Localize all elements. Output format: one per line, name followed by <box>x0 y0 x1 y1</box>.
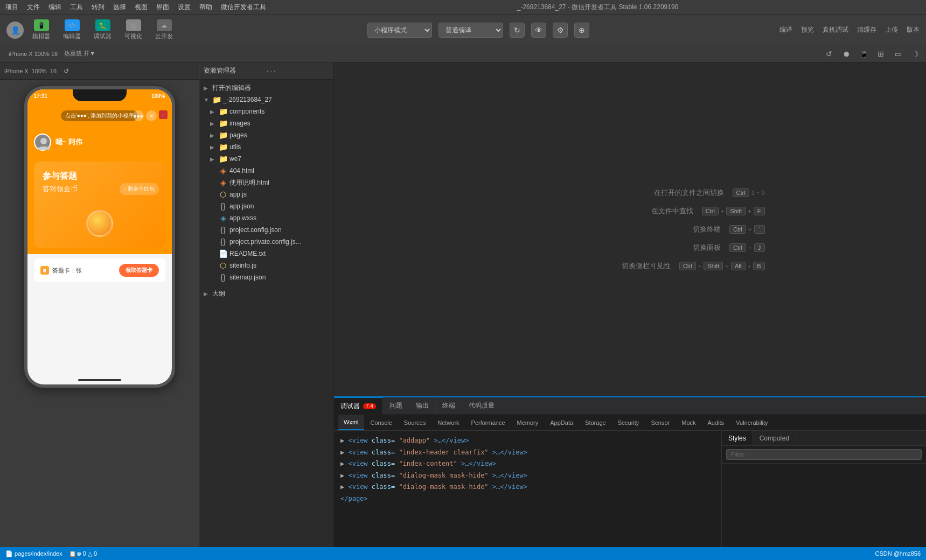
menu-item-edit[interactable]: 编辑 <box>48 3 61 12</box>
js-icon-app: ⬡ <box>219 190 227 199</box>
menu-item-select[interactable]: 选择 <box>113 3 126 12</box>
phone-screen: 17:31 100% 点击'●●●', 添加到我的小程序 ●●● ✕ ! <box>27 89 172 384</box>
filter-input[interactable] <box>726 449 922 460</box>
folder-icon-utils: 📁 <box>219 143 227 151</box>
menu-item-goto[interactable]: 转到 <box>92 3 105 12</box>
project-config-file[interactable]: ▶ {} project.config.json <box>199 224 333 236</box>
shortcut-label-4: 切换面板 <box>496 243 721 253</box>
refresh-btn[interactable]: ↻ <box>510 23 525 38</box>
refresh-icon[interactable]: ↺ <box>823 47 836 60</box>
styles-tab-styles[interactable]: Styles <box>722 431 753 445</box>
record-icon[interactable]: ⏺ <box>840 47 853 60</box>
cloud-btn[interactable]: ☁ 云开发 <box>151 17 177 43</box>
app-json-file[interactable]: ▶ {} app.json <box>199 200 333 212</box>
more-btn[interactable]: ⊕ <box>574 23 589 38</box>
compile-btn[interactable]: 编译 <box>779 25 792 34</box>
styles-tab-computed[interactable]: Computed <box>753 431 796 445</box>
status-bar: 📄 pages/index/index 📋 ⊗ 0 △ 0 CSDN @hmz8… <box>0 547 926 560</box>
content-title: 参与答题 <box>43 170 157 182</box>
csdn-link[interactable]: CSDN @hmz856 <box>875 550 921 557</box>
menu-item-project[interactable]: 项目 <box>5 3 18 12</box>
devtab-audits[interactable]: Audits <box>702 415 730 430</box>
menu-item-help[interactable]: 帮助 <box>199 3 212 12</box>
preview-btn[interactable]: 预览 <box>801 25 814 34</box>
readme-html-file[interactable]: ▶ ◈ 使用说明.html <box>199 177 333 188</box>
simulator-btn[interactable]: 📱 模拟器 <box>28 17 54 43</box>
devtab-wxml[interactable]: Wxml <box>338 415 364 430</box>
txt-icon: 📄 <box>219 249 227 258</box>
code-arrow-3[interactable]: ▶ <box>340 460 344 467</box>
editor-btn[interactable]: </> 编辑器 <box>59 17 85 43</box>
devtab-network[interactable]: Network <box>432 415 464 430</box>
app-js-file[interactable]: ▶ ⬡ app.js <box>199 188 333 200</box>
404-html-file[interactable]: ▶ ◈ 404.html <box>199 165 333 177</box>
tab-output[interactable]: 输出 <box>409 397 436 414</box>
phone-frame: 17:31 100% 点击'●●●', 添加到我的小程序 ●●● ✕ ! <box>24 86 175 388</box>
images-folder[interactable]: ▶ 📁 images <box>199 117 333 129</box>
theme-icon[interactable]: ☽ <box>909 47 922 60</box>
code-line-2: ▶ <view class= "index-header clearfix" >… <box>340 447 715 459</box>
tab-debugger[interactable]: 调试器 7.4 <box>334 397 383 414</box>
readme-txt-file[interactable]: ▶ 📄 README.txt <box>199 248 333 260</box>
menu-item-file[interactable]: 文件 <box>27 3 40 12</box>
siteinfo-file[interactable]: ▶ ⬡ siteinfo.js <box>199 260 333 271</box>
project-private-file[interactable]: ▶ {} project.private.config.js... <box>199 236 333 248</box>
devtab-storage[interactable]: Storage <box>580 415 611 430</box>
menu-item-interface[interactable]: 界面 <box>156 3 169 12</box>
code-arrow-2[interactable]: ▶ <box>340 449 344 456</box>
devtab-console[interactable]: Console <box>365 415 398 430</box>
devtab-security[interactable]: Security <box>612 415 645 430</box>
refresh-phone-icon[interactable]: ↺ <box>60 65 73 78</box>
tab-issues[interactable]: 问题 <box>383 397 409 414</box>
devtab-mock[interactable]: Mock <box>676 415 701 430</box>
screen-icon[interactable]: ⊞ <box>874 47 887 60</box>
devtab-performance[interactable]: Performance <box>466 415 511 430</box>
tab-terminal[interactable]: 终端 <box>436 397 462 414</box>
version-btn[interactable]: 版本 <box>907 25 920 34</box>
devtab-sensor[interactable]: Sensor <box>645 415 675 430</box>
devtab-sources[interactable]: Sources <box>399 415 431 430</box>
menu-item-view[interactable]: 视图 <box>135 3 148 12</box>
menu-item-settings[interactable]: 设置 <box>178 3 191 12</box>
404-html-label: 404.html <box>229 167 329 174</box>
split-icon[interactable]: ▭ <box>892 47 904 60</box>
app-wxss-file[interactable]: ▶ ◈ app.wxss <box>199 212 333 224</box>
menu-item-wechat[interactable]: 微信开发者工具 <box>221 3 266 12</box>
add-to-miniapp-btn[interactable]: 点击'●●●', 添加到我的小程序 <box>61 110 138 121</box>
pages-folder[interactable]: ▶ 📁 pages <box>199 129 333 141</box>
receive-btn[interactable]: 领取答题卡 <box>119 264 159 277</box>
code-line-5: ▶ <view class= "dialog-mask mask-hide" >… <box>340 481 715 493</box>
preview-mode-btn[interactable]: 👁 <box>531 23 546 38</box>
phone-icon[interactable]: 📱 <box>857 47 870 60</box>
code-arrow-1[interactable]: ▶ <box>340 437 344 444</box>
compile-type-select[interactable]: 普通编译 <box>438 23 503 38</box>
debugger-btn[interactable]: 🐛 调试器 <box>89 17 116 43</box>
compile-mode-select[interactable]: 小程序模式 <box>367 23 432 38</box>
devtab-memory[interactable]: Memory <box>512 415 544 430</box>
profile-avatar <box>34 134 51 151</box>
clear-cache-btn[interactable]: 清缓存 <box>857 25 876 34</box>
visualize-btn[interactable]: ◫ 可视化 <box>120 17 147 43</box>
file-panel-menu[interactable]: ··· <box>267 66 330 76</box>
devtab-appdata[interactable]: AppData <box>545 415 579 430</box>
code-arrow-5[interactable]: ▶ <box>340 483 344 491</box>
sitemap-file[interactable]: ▶ {} sitemap.json <box>199 271 333 283</box>
tab-code-quality[interactable]: 代码质量 <box>462 397 502 414</box>
more-icon[interactable]: ●●● <box>133 110 144 121</box>
close-icon[interactable]: ✕ <box>146 110 157 121</box>
real-machine-btn[interactable]: 真机调试 <box>823 25 848 34</box>
red-packet-btn[interactable]: ↑ 剩余个红包 <box>120 183 159 195</box>
components-folder[interactable]: ▶ 📁 components <box>199 106 333 117</box>
upload-btn[interactable]: 上传 <box>885 25 898 34</box>
phone-content: 参与答题 答对领金币 ↑ 剩余个红包 <box>27 155 172 254</box>
settings-btn[interactable]: ⚙ <box>553 23 568 38</box>
we7-folder[interactable]: ▶ 📁 we7 <box>199 153 333 165</box>
menu-item-tools[interactable]: 工具 <box>70 3 83 12</box>
code-arrow-4[interactable]: ▶ <box>340 472 344 479</box>
project-root-item[interactable]: ▼ 📁 _-269213684_27 <box>199 94 333 106</box>
utils-folder[interactable]: ▶ 📁 utils <box>199 141 333 153</box>
outline-item[interactable]: ▶ 大纲 <box>199 288 333 299</box>
hotload-btn[interactable]: 热重载 开▼ <box>60 48 100 59</box>
devtab-vulnerability[interactable]: Vulnerability <box>730 415 774 430</box>
open-editors-item[interactable]: ▶ 打开的编辑器 <box>199 82 333 94</box>
